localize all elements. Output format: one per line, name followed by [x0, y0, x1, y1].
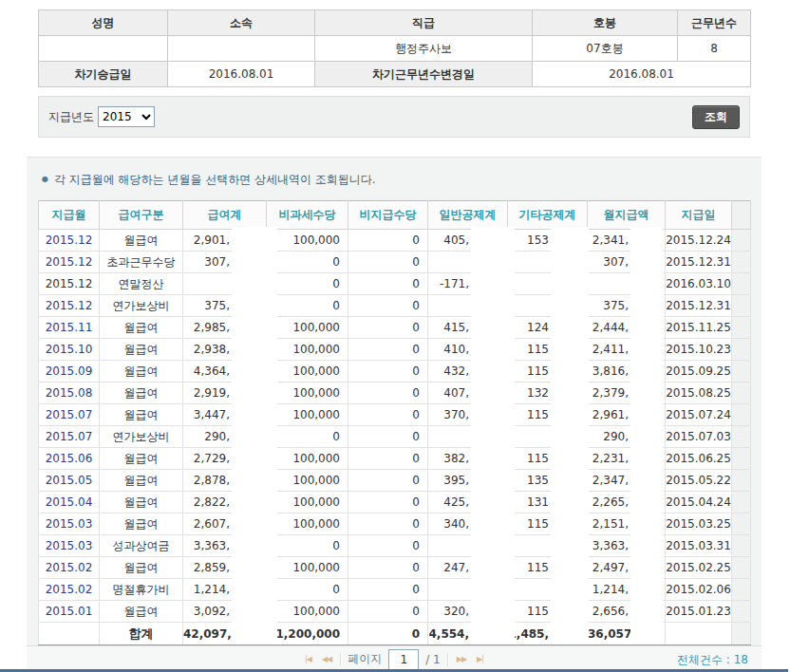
cell-spacer — [732, 404, 751, 426]
first-page-button[interactable]: |◀ — [303, 655, 313, 663]
cell-pay-month[interactable]: 2015.06 — [39, 448, 100, 470]
cell-pay-month[interactable]: 2015.02 — [39, 579, 100, 601]
pager-divider — [340, 653, 341, 666]
cell-salary-type: 월급여 — [100, 513, 183, 535]
page-total-label: / 1 — [425, 653, 441, 666]
column-header-unpaid-allowance: 비지급수당 — [348, 201, 428, 230]
info-header-affiliation: 소속 — [168, 10, 315, 36]
cell-unpaid-allowance: 0 — [348, 535, 428, 557]
cell-salary-type: 초과근무수당 — [100, 252, 183, 273]
info-header-years: 근무년수 — [678, 10, 751, 36]
cell-pay-date: 2015.03.25 — [666, 513, 732, 535]
last-page-button[interactable]: ▶| — [475, 655, 485, 663]
cell-pay-date: 2015.08.25 — [666, 383, 732, 404]
pager-divider — [447, 653, 448, 666]
cell-pay-month[interactable]: 2015.03 — [39, 513, 100, 535]
next-page-button[interactable]: ▶▶ — [455, 655, 468, 663]
cell-pay-month[interactable]: 2015.12 — [39, 252, 100, 273]
redaction-strip-general-deduction — [471, 227, 515, 644]
cell-pay-month[interactable]: 2015.01 — [39, 601, 100, 623]
cell-tax-free-allowance: 0 — [267, 426, 348, 448]
info-dates-row: 차기승급일 2016.08.01 차기근무년수변경일 2016.08.01 — [39, 62, 751, 87]
cell-salary-type: 연가보상비 — [100, 295, 183, 317]
info-header-step: 호봉 — [533, 10, 678, 36]
cell-pay-date: 2015.02.06 — [666, 579, 732, 601]
cell-unpaid-allowance: 0 — [348, 404, 428, 426]
cell-tax-free-allowance: 100,000 — [267, 492, 348, 513]
cell-pay-month[interactable]: 2015.08 — [39, 383, 100, 404]
next-promotion-label: 차기승급일 — [39, 62, 168, 87]
cell-tax-free-allowance: 100,000 — [267, 339, 348, 361]
cell-pay-month[interactable]: 2015.12 — [39, 230, 100, 252]
cell-salary-type: 월급여 — [100, 557, 183, 579]
cell-pay-date: 2015.06.25 — [666, 448, 732, 470]
cell-tax-free-allowance: 100,000 — [267, 361, 348, 383]
info-header-position: 직급 — [315, 10, 533, 36]
cell-tax-free-allowance: 100,000 — [267, 557, 348, 579]
cell-spacer — [732, 339, 751, 361]
cell-salary-type: 월급여 — [100, 230, 183, 252]
total-count: 전체건수 : 18 — [677, 652, 748, 668]
cell-unpaid-allowance: 0 — [348, 317, 428, 339]
cell-spacer — [732, 601, 751, 623]
cell-pay-month[interactable]: 2015.05 — [39, 470, 100, 492]
info-header-name: 성명 — [39, 10, 168, 36]
total-pay-month — [39, 623, 100, 645]
cell-pay-date: 2015.12.31 — [666, 295, 732, 317]
cell-unpaid-allowance: 0 — [348, 579, 428, 601]
prev-page-button[interactable]: ◀◀ — [320, 655, 333, 663]
cell-tax-free-allowance: 100,000 — [267, 317, 348, 339]
cell-pay-date: 2015.03.31 — [666, 535, 732, 557]
cell-pay-month[interactable]: 2015.09 — [39, 361, 100, 383]
notice: ●각 지급월에 해당하는 년월을 선택하면 상세내역이 조회됩니다. — [27, 158, 762, 200]
cell-unpaid-allowance: 0 — [348, 295, 428, 317]
info-value-name — [39, 36, 168, 62]
employee-info-table: 성명 소속 직급 호봉 근무년수 행정주사보 07호봉 8 차기승급일 2016… — [38, 9, 751, 87]
cell-spacer — [732, 492, 751, 513]
cell-pay-month[interactable]: 2015.02 — [39, 557, 100, 579]
cell-pay-month[interactable]: 2015.10 — [39, 339, 100, 361]
cell-spacer — [732, 557, 751, 579]
cell-unpaid-allowance: 0 — [348, 426, 428, 448]
cell-pay-date: 2015.02.25 — [666, 557, 732, 579]
cell-salary-type: 연가보상비 — [100, 426, 183, 448]
cell-pay-date: 2015.07.24 — [666, 404, 732, 426]
cell-salary-type: 월급여 — [100, 448, 183, 470]
cell-spacer — [732, 513, 751, 535]
cell-tax-free-allowance: 100,000 — [267, 601, 348, 623]
cell-pay-date: 2015.12.31 — [666, 252, 732, 273]
cell-tax-free-allowance: 100,000 — [267, 383, 348, 404]
cell-pay-month[interactable]: 2015.04 — [39, 492, 100, 513]
column-header-other-deduction: 기타공제계 — [508, 201, 588, 230]
cell-unpaid-allowance: 0 — [348, 492, 428, 513]
search-button[interactable]: 조회 — [692, 105, 740, 129]
cell-tax-free-allowance: 100,000 — [267, 404, 348, 426]
cell-salary-type: 월급여 — [100, 361, 183, 383]
info-value-affiliation — [168, 36, 315, 62]
cell-unpaid-allowance: 0 — [348, 470, 428, 492]
cell-pay-month[interactable]: 2015.11 — [39, 317, 100, 339]
cell-spacer — [732, 579, 751, 601]
pay-year-label: 지급년도 — [48, 109, 94, 125]
info-value-row: 행정주사보 07호봉 8 — [39, 36, 751, 62]
cell-salary-type: 월급여 — [100, 601, 183, 623]
cell-unpaid-allowance: 0 — [348, 557, 428, 579]
cell-pay-month[interactable]: 2015.07 — [39, 404, 100, 426]
cell-pay-date: 2015.07.03 — [666, 426, 732, 448]
cell-pay-month[interactable]: 2015.12 — [39, 295, 100, 317]
total-spacer — [732, 623, 751, 645]
cell-pay-month[interactable]: 2015.07 — [39, 426, 100, 448]
column-header-pay-month: 지급월 — [39, 201, 100, 230]
cell-tax-free-allowance: 0 — [267, 579, 348, 601]
column-header-pay-date: 지급일 — [666, 201, 732, 230]
cell-unpaid-allowance: 0 — [348, 383, 428, 404]
cell-unpaid-allowance: 0 — [348, 361, 428, 383]
cell-pay-month: 2015.12 — [39, 273, 100, 295]
cell-pay-month[interactable]: 2015.03 — [39, 535, 100, 557]
pay-year-select[interactable]: 2015 — [98, 106, 155, 127]
cell-spacer — [732, 317, 751, 339]
redaction-strip-monthly-pay — [630, 227, 663, 644]
cell-pay-date: 2015.01.23 — [666, 601, 732, 623]
page-input[interactable] — [388, 649, 419, 670]
cell-unpaid-allowance: 0 — [348, 273, 428, 295]
